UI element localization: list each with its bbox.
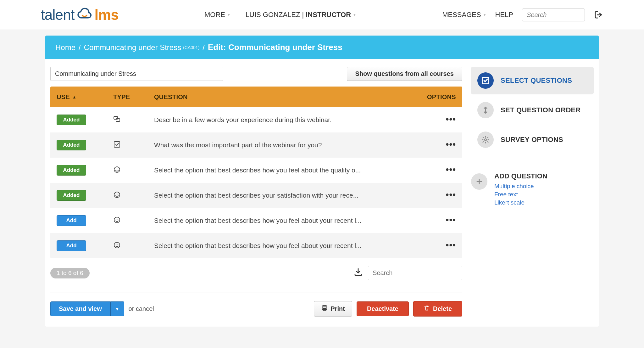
course-name-input[interactable] [50, 67, 223, 81]
side-add-question: ADD QUESTION Multiple choice Free text L… [471, 172, 594, 207]
nav-messages[interactable]: MESSAGES ▼ [442, 11, 486, 19]
chevron-down-icon: ▼ [227, 13, 230, 17]
question-type-icon [113, 193, 121, 200]
col-options-header: OPTIONS [421, 93, 456, 101]
question-text[interactable]: Select the option that best describes ho… [154, 217, 362, 224]
breadcrumb-course[interactable]: Communicating under Stress [84, 43, 181, 52]
use-badge[interactable]: Added [57, 115, 86, 125]
table-search-input[interactable] [368, 266, 462, 280]
gear-icon [477, 132, 494, 148]
table-row: AddedWhat was the most important part of… [50, 132, 462, 158]
right-nav: MESSAGES ▼ HELP [442, 8, 603, 21]
save-dropdown-button[interactable]: ▼ [110, 301, 124, 316]
main-nav: MORE ▼ LUIS GONZALEZ | INSTRUCTOR ▼ [119, 11, 442, 19]
show-all-courses-button[interactable]: Show questions from all courses [347, 67, 462, 81]
logo[interactable]: talent lms [41, 6, 119, 24]
print-button[interactable]: Print [314, 301, 352, 317]
print-icon [321, 305, 328, 313]
chevron-down-icon: ▼ [353, 13, 356, 17]
row-options-button[interactable]: ••• [446, 190, 456, 199]
top-header: talent lms MORE ▼ LUIS GONZALEZ | INSTRU… [0, 0, 644, 30]
question-type-icon [113, 117, 121, 124]
question-text[interactable]: Select the option that best describes ho… [154, 166, 361, 174]
row-options-button[interactable]: ••• [446, 139, 456, 149]
pagination-info: 1 to 6 of 6 [50, 268, 90, 278]
cancel-link[interactable]: cancel [136, 305, 154, 312]
col-question-header[interactable]: QUESTION [154, 93, 421, 101]
row-options-button[interactable]: ••• [446, 114, 456, 124]
sort-asc-icon: ▲ [72, 95, 76, 99]
main-column: Show questions from all courses USE ▲ TY… [50, 67, 462, 317]
cloud-icon [76, 6, 93, 24]
breadcrumb-home[interactable]: Home [55, 43, 75, 52]
action-bar: Save and view ▼ or cancel Print Deactiva… [50, 301, 462, 317]
use-badge[interactable]: Added [57, 165, 86, 176]
deactivate-button[interactable]: Deactivate [357, 301, 409, 316]
table-row: AddedDescribe in a few words your experi… [50, 107, 462, 132]
reorder-icon [477, 102, 494, 118]
question-type-icon [113, 142, 121, 149]
logo-text-right: lms [95, 6, 119, 23]
col-use-header[interactable]: USE ▲ [57, 93, 113, 101]
page-container: Home / Communicating under Stress (CA001… [45, 36, 599, 327]
logo-text-left: talent [41, 6, 75, 23]
or-cancel: or cancel [129, 305, 154, 312]
nav-user-role[interactable]: LUIS GONZALEZ | INSTRUCTOR ▼ [246, 11, 356, 19]
use-badge[interactable]: Add [57, 240, 86, 251]
row-options-button[interactable]: ••• [446, 165, 456, 174]
checkbox-icon [477, 72, 494, 89]
side-select-questions[interactable]: SELECT QUESTIONS [471, 67, 594, 94]
save-button[interactable]: Save and view [50, 301, 110, 316]
questions-table: USE ▲ TYPE QUESTION OPTIONS AddedDescrib… [50, 87, 462, 258]
question-type-icon [113, 167, 121, 175]
add-multiple-choice-link[interactable]: Multiple choice [494, 183, 547, 190]
use-badge[interactable]: Add [57, 215, 86, 226]
side-survey-options[interactable]: SURVEY OPTIONS [471, 126, 594, 154]
logout-icon[interactable] [594, 10, 603, 20]
table-row: AddedSelect the option that best describ… [50, 158, 462, 183]
delete-button[interactable]: Delete [413, 301, 462, 317]
page-title: Edit: Communicating under Stress [208, 42, 342, 52]
side-column: SELECT QUESTIONS SET QUESTION ORDER SURV… [471, 67, 594, 317]
question-text[interactable]: Select the option that best describes yo… [154, 192, 358, 199]
add-question-title: ADD QUESTION [494, 172, 547, 180]
plus-icon [471, 173, 487, 190]
nav-help[interactable]: HELP [495, 11, 513, 19]
nav-more[interactable]: MORE ▼ [204, 11, 230, 19]
question-text[interactable]: What was the most important part of the … [154, 141, 322, 149]
chevron-down-icon: ▼ [483, 13, 486, 17]
table-header: USE ▲ TYPE QUESTION OPTIONS [50, 87, 462, 107]
add-likert-scale-link[interactable]: Likert scale [494, 199, 547, 206]
question-text[interactable]: Select the option that best describes ho… [154, 242, 362, 249]
table-row: AddedSelect the option that best describ… [50, 183, 462, 208]
trash-icon [424, 305, 430, 313]
use-badge[interactable]: Added [57, 140, 86, 150]
side-set-order[interactable]: SET QUESTION ORDER [471, 96, 594, 124]
table-row: AddSelect the option that best describes… [50, 208, 462, 233]
row-options-button[interactable]: ••• [446, 215, 456, 225]
question-type-icon [113, 218, 121, 225]
col-type-header[interactable]: TYPE [113, 93, 154, 101]
use-badge[interactable]: Added [57, 190, 86, 201]
search-input[interactable] [522, 8, 585, 21]
question-type-icon [113, 243, 121, 250]
breadcrumb: Home / Communicating under Stress (CA001… [45, 36, 599, 59]
question-text[interactable]: Describe in a few words your experience … [154, 116, 332, 123]
breadcrumb-code: (CA001) [183, 45, 199, 50]
row-options-button[interactable]: ••• [446, 240, 456, 250]
divider [50, 293, 462, 293]
add-free-text-link[interactable]: Free text [494, 191, 547, 198]
table-row: AddSelect the option that best describes… [50, 233, 462, 258]
download-icon[interactable] [353, 267, 363, 278]
